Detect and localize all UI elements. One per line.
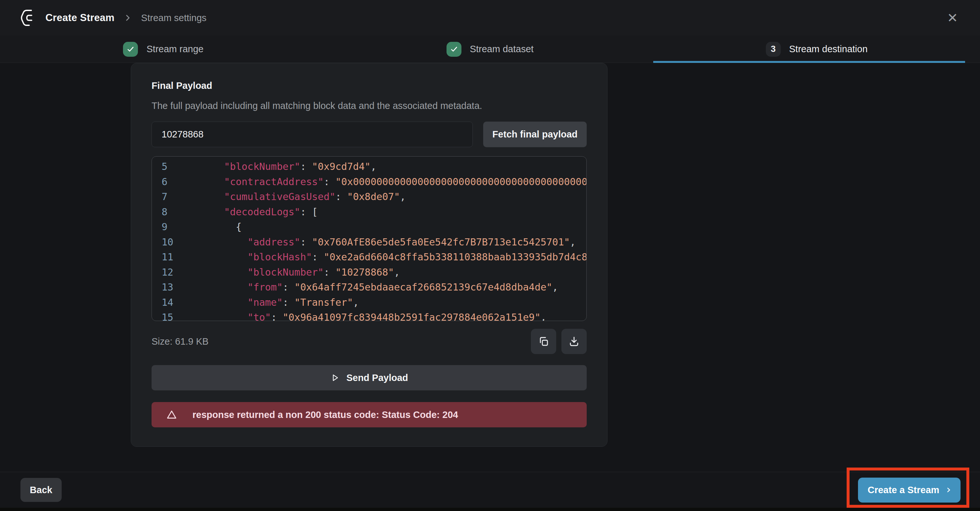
page-title: Create Stream	[45, 12, 115, 24]
back-button[interactable]: Back	[21, 478, 62, 502]
stepper: Stream range Stream dataset 3 Stream des…	[0, 36, 980, 63]
error-banner: response returned a non 200 status code:…	[151, 402, 587, 427]
fetch-final-payload-button[interactable]: Fetch final payload	[483, 122, 587, 147]
create-a-stream-button[interactable]: Create a Stream ›	[858, 478, 961, 503]
breadcrumb: Stream settings	[141, 13, 206, 23]
create-stream-modal: Create Stream Stream settings ✕ Stream r…	[0, 0, 980, 508]
step-stream-dataset[interactable]: Stream dataset	[327, 36, 654, 63]
send-payload-button[interactable]: Send Payload	[151, 365, 587, 390]
payload-code-viewer[interactable]: 5 "blockNumber": "0x9cd7d4",6 "contractA…	[151, 156, 587, 321]
warning-triangle-icon	[166, 409, 178, 421]
send-payload-label: Send Payload	[346, 373, 408, 383]
check-icon	[447, 42, 461, 57]
copy-icon	[538, 336, 549, 347]
download-icon	[568, 336, 580, 347]
panel-title: Final Payload	[151, 80, 587, 91]
footer-bar: Back Create a Stream ›	[0, 472, 980, 508]
download-button[interactable]	[562, 329, 587, 354]
create-stream-wrapper: Create a Stream ›	[858, 478, 961, 503]
code-lines: 5 "blockNumber": "0x9cd7d4",6 "contractA…	[162, 159, 586, 321]
create-a-stream-label: Create a Stream	[868, 485, 939, 495]
close-icon[interactable]: ✕	[943, 10, 961, 26]
block-number-input[interactable]	[151, 122, 473, 147]
play-icon	[330, 373, 340, 382]
payload-size-label: Size: 61.9 KB	[151, 336, 208, 347]
app-logo-icon	[20, 9, 36, 27]
header-bar: Create Stream Stream settings ✕	[0, 0, 980, 36]
step-stream-destination[interactable]: 3 Stream destination	[653, 36, 980, 63]
step-stream-range[interactable]: Stream range	[0, 36, 327, 63]
step-label: Stream range	[146, 44, 204, 54]
breadcrumb-chevron-icon	[123, 13, 133, 23]
step-number-badge: 3	[766, 42, 781, 57]
copy-button[interactable]	[531, 329, 556, 354]
final-payload-panel: Final Payload The full payload including…	[131, 63, 608, 447]
content-area: Final Payload The full payload including…	[0, 63, 980, 472]
panel-description: The full payload including all matching …	[151, 100, 587, 111]
block-input-row: Fetch final payload	[151, 122, 587, 147]
step-label: Stream destination	[789, 44, 868, 54]
error-message: response returned a non 200 status code:…	[192, 409, 458, 420]
step-label: Stream dataset	[470, 44, 534, 54]
check-icon	[123, 42, 138, 57]
size-row: Size: 61.9 KB	[151, 329, 587, 354]
chevron-right-icon: ›	[947, 483, 951, 496]
